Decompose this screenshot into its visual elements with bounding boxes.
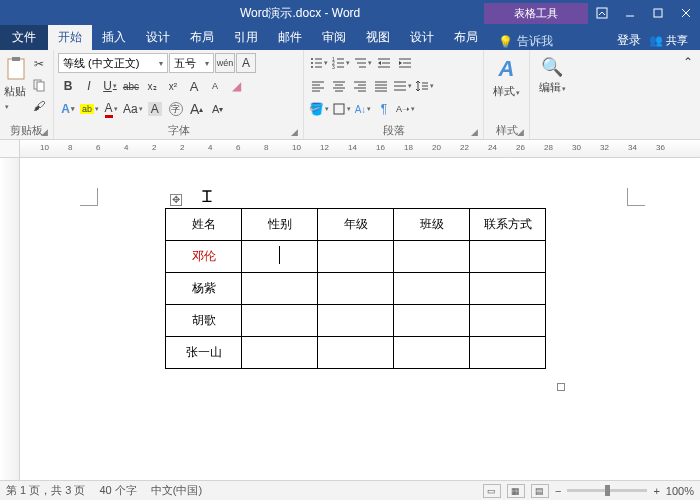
collapse-ribbon-button[interactable]: ⌃ bbox=[678, 52, 698, 72]
paste-button[interactable]: 粘贴 bbox=[4, 52, 27, 111]
zoom-level[interactable]: 100% bbox=[666, 485, 694, 497]
table-cell[interactable]: 张一山 bbox=[166, 337, 242, 369]
close-button[interactable] bbox=[672, 0, 700, 26]
bold-button[interactable]: B bbox=[58, 76, 78, 96]
align-center-button[interactable] bbox=[329, 76, 349, 96]
word-count[interactable]: 40 个字 bbox=[99, 483, 136, 498]
table-cell[interactable] bbox=[394, 305, 470, 337]
tab-references[interactable]: 引用 bbox=[224, 25, 268, 50]
shrink-font-a-button[interactable]: A▾ bbox=[208, 99, 228, 119]
paragraph-launcher[interactable]: ◢ bbox=[471, 127, 481, 137]
maximize-button[interactable] bbox=[644, 0, 672, 26]
sort-button[interactable]: A↓ bbox=[353, 99, 373, 119]
enclosed-char-button[interactable]: 字 bbox=[166, 99, 186, 119]
table-header-cell[interactable]: 性别 bbox=[242, 209, 318, 241]
share-button[interactable]: 👥 共享 bbox=[645, 31, 692, 50]
underline-button[interactable]: U bbox=[100, 76, 120, 96]
cut-button[interactable]: ✂ bbox=[29, 54, 49, 74]
borders-button[interactable] bbox=[331, 99, 352, 119]
table-cell[interactable]: 胡歌 bbox=[166, 305, 242, 337]
horizontal-ruler[interactable]: 10864224681012141618202224262830323436 bbox=[20, 140, 700, 157]
bullets-button[interactable] bbox=[308, 53, 329, 73]
table-cell[interactable] bbox=[242, 337, 318, 369]
table-header-cell[interactable]: 年级 bbox=[318, 209, 394, 241]
table-header-cell[interactable]: 联系方式 bbox=[470, 209, 546, 241]
highlight-button[interactable]: ab bbox=[79, 99, 100, 119]
zoom-in-button[interactable]: + bbox=[653, 485, 659, 497]
vertical-ruler[interactable] bbox=[0, 158, 20, 480]
table-resize-handle[interactable] bbox=[557, 383, 565, 391]
shrink-font-button[interactable]: A bbox=[205, 76, 225, 96]
zoom-slider[interactable] bbox=[567, 489, 647, 492]
table-cell[interactable] bbox=[470, 305, 546, 337]
tab-home[interactable]: 开始 bbox=[48, 25, 92, 50]
subscript-button[interactable]: x₂ bbox=[142, 76, 162, 96]
print-layout-button[interactable]: ▦ bbox=[507, 484, 525, 498]
language[interactable]: 中文(中国) bbox=[151, 483, 202, 498]
tab-layout[interactable]: 布局 bbox=[180, 25, 224, 50]
superscript-button[interactable]: x² bbox=[163, 76, 183, 96]
line-spacing-button[interactable] bbox=[414, 76, 435, 96]
tab-review[interactable]: 审阅 bbox=[312, 25, 356, 50]
italic-button[interactable]: I bbox=[79, 76, 99, 96]
tab-view[interactable]: 视图 bbox=[356, 25, 400, 50]
table-cell[interactable] bbox=[242, 241, 318, 273]
table-header-cell[interactable]: 班级 bbox=[394, 209, 470, 241]
read-mode-button[interactable]: ▭ bbox=[483, 484, 501, 498]
minimize-button[interactable] bbox=[616, 0, 644, 26]
table-cell[interactable] bbox=[394, 273, 470, 305]
tab-mail[interactable]: 邮件 bbox=[268, 25, 312, 50]
justify-button[interactable] bbox=[371, 76, 391, 96]
grow-font-button[interactable]: A bbox=[184, 76, 204, 96]
table-cell[interactable] bbox=[242, 305, 318, 337]
font-name-combo[interactable]: 等线 (中文正文)▾ bbox=[58, 53, 168, 73]
table-move-handle[interactable]: ✥ bbox=[170, 194, 182, 206]
table-cell[interactable] bbox=[318, 241, 394, 273]
table-cell[interactable]: 邓伦 bbox=[166, 241, 242, 273]
web-layout-button[interactable]: ▤ bbox=[531, 484, 549, 498]
table-cell[interactable] bbox=[242, 273, 318, 305]
table-cell[interactable] bbox=[394, 337, 470, 369]
tab-insert[interactable]: 插入 bbox=[92, 25, 136, 50]
document-table[interactable]: 姓名性别年级班级联系方式邓伦杨紫胡歌张一山 bbox=[165, 208, 546, 369]
zoom-out-button[interactable]: − bbox=[555, 485, 561, 497]
tell-me-search[interactable]: 💡 告诉我 bbox=[498, 33, 553, 50]
font-size-combo[interactable]: 五号▾ bbox=[169, 53, 214, 73]
table-cell[interactable] bbox=[470, 337, 546, 369]
char-border-button[interactable]: A bbox=[236, 53, 256, 73]
distribute-button[interactable] bbox=[392, 76, 413, 96]
clipboard-launcher[interactable]: ◢ bbox=[41, 127, 51, 137]
align-right-button[interactable] bbox=[350, 76, 370, 96]
decrease-indent-button[interactable] bbox=[374, 53, 394, 73]
copy-button[interactable] bbox=[29, 75, 49, 95]
styles-launcher[interactable]: ◢ bbox=[517, 127, 527, 137]
tab-file[interactable]: 文件 bbox=[0, 25, 48, 50]
phonetic-guide-button[interactable]: wén bbox=[215, 53, 235, 73]
table-cell[interactable] bbox=[394, 241, 470, 273]
font-launcher[interactable]: ◢ bbox=[291, 127, 301, 137]
format-painter-button[interactable]: 🖌 bbox=[29, 96, 49, 116]
change-case-button[interactable]: Aa bbox=[122, 99, 144, 119]
table-cell[interactable] bbox=[318, 305, 394, 337]
table-cell[interactable] bbox=[470, 241, 546, 273]
editing-button[interactable]: 🔍 编辑 bbox=[534, 52, 570, 95]
increase-indent-button[interactable] bbox=[395, 53, 415, 73]
clear-format-button[interactable]: ◢ bbox=[226, 76, 246, 96]
grow-font-a-button[interactable]: A▴ bbox=[187, 99, 207, 119]
text-effects-button[interactable]: A bbox=[58, 99, 78, 119]
text-direction-button[interactable]: A➝ bbox=[395, 99, 416, 119]
table-cell[interactable] bbox=[318, 273, 394, 305]
table-cell[interactable] bbox=[470, 273, 546, 305]
styles-button[interactable]: A 样式 bbox=[488, 52, 525, 99]
ribbon-options-button[interactable] bbox=[588, 0, 616, 26]
show-marks-button[interactable]: ¶ bbox=[374, 99, 394, 119]
align-left-button[interactable] bbox=[308, 76, 328, 96]
table-cell[interactable]: 杨紫 bbox=[166, 273, 242, 305]
table-cell[interactable] bbox=[318, 337, 394, 369]
char-shading-button[interactable]: A bbox=[145, 99, 165, 119]
tab-table-layout[interactable]: 布局 bbox=[444, 25, 488, 50]
font-color-button[interactable]: A bbox=[101, 99, 121, 119]
page-count[interactable]: 第 1 页，共 3 页 bbox=[6, 483, 85, 498]
login-link[interactable]: 登录 bbox=[617, 32, 641, 49]
shading-button[interactable]: 🪣 bbox=[308, 99, 330, 119]
